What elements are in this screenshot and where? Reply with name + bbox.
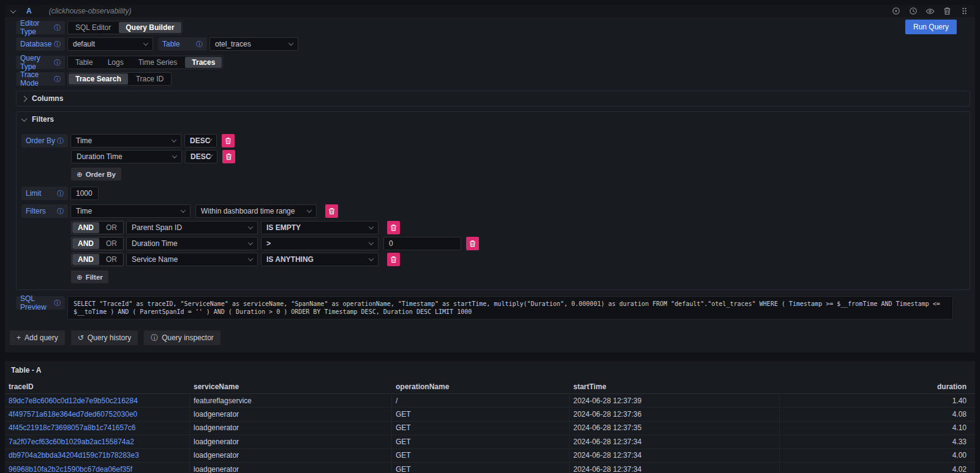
cell-operationName: GET <box>392 422 570 434</box>
editor-type-option-sql-editor[interactable]: SQL Editor <box>69 22 118 33</box>
column-header-duration[interactable]: duration <box>780 379 975 393</box>
query-history-button[interactable]: ↺ Query history <box>71 330 138 345</box>
column-header-traceID[interactable]: traceID <box>5 379 190 393</box>
remove-order-by-button[interactable] <box>222 134 235 147</box>
add-order-by-button[interactable]: ⊕ Order By <box>71 168 121 181</box>
table-row: db9704a2bbda34204d159c71b78283e3loadgene… <box>5 449 975 463</box>
column-header-serviceName[interactable]: serviceName <box>190 379 392 393</box>
trace-mode-label: Trace Mode ⓘ <box>16 72 65 86</box>
info-icon[interactable]: ⓘ <box>54 75 61 84</box>
info-icon[interactable]: ⓘ <box>54 23 61 32</box>
remove-filter-button[interactable] <box>325 204 338 218</box>
trace-mode-option-trace-search[interactable]: Trace Search <box>69 73 128 84</box>
or-option[interactable]: OR <box>100 222 123 233</box>
table-row: 89dc7e8c6060c0d12de7e9b50c216284featuref… <box>5 394 975 408</box>
editor-type-radio-group: SQL Editor Query Builder <box>67 21 183 34</box>
collapse-chevron-icon[interactable] <box>10 7 17 13</box>
remove-filter-button[interactable] <box>387 253 400 266</box>
cell-duration: 4.33 <box>780 435 975 448</box>
editor-type-option-query-builder[interactable]: Query Builder <box>119 22 181 33</box>
cell-traceID: db9704a2bbda34204d159c71b78283e3 <box>5 449 190 462</box>
order-by-label: Order By ⓘ <box>21 134 68 147</box>
table-select[interactable]: otel_traces <box>209 37 298 51</box>
filter-operator-select[interactable]: IS EMPTY <box>261 221 379 234</box>
column-header-startTime[interactable]: startTime <box>570 379 780 393</box>
cell-serviceName: loadgenerator <box>190 449 392 462</box>
sql-preview-text: SELECT "TraceId" as traceID, "ServiceNam… <box>67 296 953 319</box>
query-type-option-logs[interactable]: Logs <box>101 57 130 68</box>
or-option[interactable]: OR <box>100 238 123 249</box>
cell-traceID: 96968b10fa2b2c1590bc67dea06ef35f <box>5 463 190 473</box>
cell-startTime: 2024-06-28 12:37:34 <box>570 449 780 462</box>
or-option[interactable]: OR <box>100 254 123 265</box>
trace-id-link[interactable]: 4f497571a618e364ed7ded60752030e0 <box>9 410 137 419</box>
chevron-right-icon <box>21 95 28 102</box>
filter-field-select[interactable]: Time <box>70 204 190 218</box>
order-by-field-select[interactable]: Duration Time <box>71 150 182 163</box>
cell-serviceName: loadgenerator <box>190 463 392 473</box>
order-by-direction-select[interactable]: DESC <box>185 150 217 163</box>
query-row-header: A (clickhouse-observability) <box>5 5 975 17</box>
query-ref-id[interactable]: A <box>26 7 32 15</box>
cell-duration: 4.00 <box>780 449 975 462</box>
filters-label: Filters ⓘ <box>21 204 68 218</box>
add-filter-button[interactable]: ⊕ Filter <box>71 270 108 283</box>
eye-icon[interactable] <box>925 7 935 16</box>
query-type-option-time-series[interactable]: Time Series <box>132 57 184 68</box>
remove-filter-button[interactable] <box>387 221 400 234</box>
record-icon[interactable] <box>891 7 900 16</box>
column-header-operationName[interactable]: operationName <box>392 379 570 393</box>
add-query-button[interactable]: + Add query <box>10 330 65 345</box>
and-option[interactable]: AND <box>72 254 99 265</box>
filter-operator-select[interactable]: > <box>261 237 379 250</box>
order-by-field-select[interactable]: Time <box>70 134 181 147</box>
info-icon[interactable]: ⓘ <box>57 136 64 146</box>
cell-startTime: 2024-06-28 12:37:34 <box>570 435 780 448</box>
remove-filter-button[interactable] <box>466 237 479 250</box>
info-icon[interactable]: ⓘ <box>57 189 64 198</box>
chevron-down-icon <box>369 224 374 229</box>
trace-id-link[interactable]: 89dc7e8c6060c0d12de7e9b50c216284 <box>9 397 138 405</box>
filter-field-select[interactable]: Duration Time <box>126 237 258 250</box>
table-panel: Table - A traceIDserviceNameoperationNam… <box>5 361 975 473</box>
cell-duration: 1.40 <box>780 394 975 407</box>
and-option[interactable]: AND <box>72 238 99 249</box>
info-icon[interactable]: ⓘ <box>57 207 64 216</box>
info-icon[interactable]: ⓘ <box>54 299 61 308</box>
run-query-button[interactable]: Run Query <box>905 20 957 34</box>
filter-field-select[interactable]: Service Name <box>126 253 258 266</box>
trace-mode-option-trace-id[interactable]: Trace ID <box>129 73 171 84</box>
trace-id-link[interactable]: 4f45c21918c73698057a8b1c741657c6 <box>9 423 136 432</box>
info-icon[interactable]: ⓘ <box>54 40 61 49</box>
order-by-direction-select[interactable]: DESC <box>184 134 217 147</box>
filter-value-input[interactable] <box>383 237 461 250</box>
query-type-option-traces[interactable]: Traces <box>185 57 222 68</box>
trace-id-link[interactable]: 7a2f07ecf63c60b1029ab2ac155874a2 <box>9 438 134 446</box>
cell-operationName: GET <box>392 463 570 473</box>
filters-section-header[interactable]: Filters <box>17 112 970 127</box>
plus-icon: + <box>17 333 21 342</box>
history-clock-icon[interactable] <box>908 7 918 16</box>
trash-icon[interactable] <box>943 7 952 16</box>
chevron-down-icon <box>172 153 177 158</box>
info-icon[interactable]: ⓘ <box>54 58 61 67</box>
table-header-row: traceIDserviceNameoperationNamestartTime… <box>5 379 975 394</box>
filters-section-body: Order By ⓘ Time DESC Duration Tim <box>17 127 970 289</box>
query-type-option-table[interactable]: Table <box>69 57 100 68</box>
and-option[interactable]: AND <box>72 222 99 233</box>
chevron-down-icon <box>181 207 186 212</box>
query-editor-panel: A (clickhouse-observability) Run Query <box>5 5 975 352</box>
trace-id-link[interactable]: 96968b10fa2b2c1590bc67dea06ef35f <box>9 465 132 473</box>
drag-handle-icon[interactable] <box>960 7 969 16</box>
remove-order-by-button[interactable] <box>222 150 235 163</box>
trace-id-link[interactable]: db9704a2bbda34204d159c71b78283e3 <box>9 451 139 460</box>
chevron-down-icon <box>248 224 253 229</box>
filter-operator-select[interactable]: Within dashboard time range <box>195 204 317 218</box>
database-select[interactable]: default <box>67 37 153 51</box>
filter-field-select[interactable]: Parent Span ID <box>126 221 258 234</box>
limit-input[interactable] <box>70 187 99 200</box>
query-inspector-button[interactable]: ⓘ Query inspector <box>144 330 221 345</box>
filter-operator-select[interactable]: IS ANYTHING <box>261 253 379 266</box>
columns-section-header[interactable]: Columns <box>17 91 970 106</box>
info-icon[interactable]: ⓘ <box>196 40 203 49</box>
